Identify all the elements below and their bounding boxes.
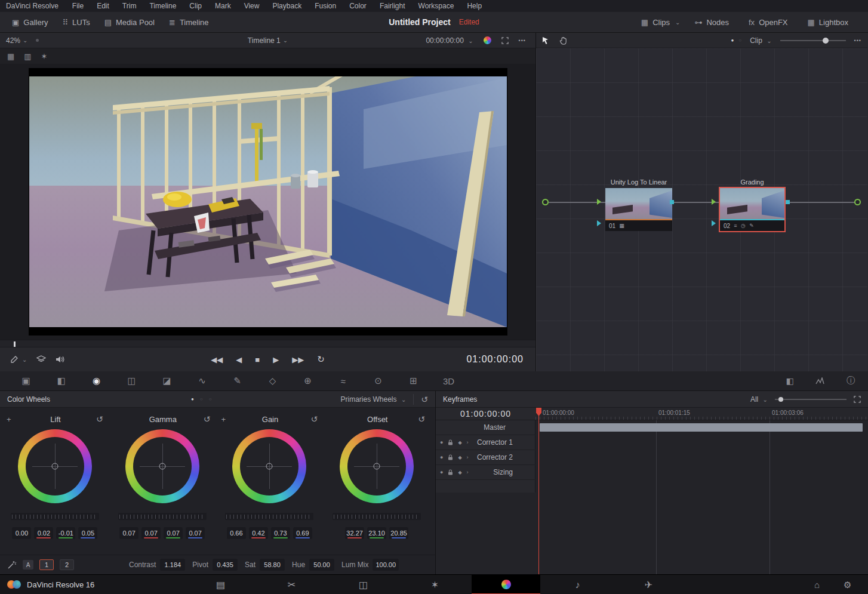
menu-item[interactable]: Clip bbox=[183, 2, 208, 10]
gain-red-value[interactable]: 0.42 bbox=[249, 527, 268, 539]
menu-item[interactable]: File bbox=[66, 2, 90, 10]
offset-blue-value[interactable]: 20.85 bbox=[389, 527, 408, 539]
track-enable-dot-icon[interactable]: ● bbox=[440, 439, 443, 445]
gain-green-value[interactable]: 0.73 bbox=[271, 527, 290, 539]
go-to-start-button[interactable]: ◀◀ bbox=[211, 355, 223, 364]
lock-icon[interactable] bbox=[448, 439, 453, 445]
info-icon[interactable]: ⓘ bbox=[847, 376, 855, 386]
lift-reset-icon[interactable]: ↺ bbox=[96, 414, 103, 424]
track-row[interactable]: ● ◆ › Corrector 1 bbox=[436, 435, 535, 450]
palette-tool-icon[interactable]: ▣ bbox=[8, 376, 44, 386]
scopes-icon[interactable] bbox=[815, 377, 825, 385]
play-button[interactable]: ▶ bbox=[273, 355, 279, 364]
palette-tool-icon[interactable]: ✎ bbox=[220, 376, 255, 386]
page-dot[interactable]: ○ bbox=[200, 396, 203, 402]
node-thumbnail[interactable] bbox=[605, 188, 672, 220]
menu-item[interactable]: Trim bbox=[116, 2, 143, 10]
track-enable-dot-icon[interactable]: ● bbox=[440, 454, 443, 460]
layers-icon[interactable] bbox=[36, 355, 46, 364]
menu-item[interactable]: Color bbox=[343, 2, 373, 10]
stop-button[interactable]: ■ bbox=[255, 355, 260, 364]
keyframes-filter-dropdown[interactable]: All ⌄ bbox=[750, 395, 768, 404]
gain-master-slider[interactable] bbox=[225, 513, 313, 520]
project-home-button[interactable]: ⌂ bbox=[814, 575, 820, 594]
color-viewer-mode-icon[interactable] bbox=[484, 36, 491, 44]
lock-icon[interactable] bbox=[448, 469, 453, 475]
node-output-square[interactable] bbox=[786, 200, 790, 204]
cut-page-button[interactable]: ✂ bbox=[257, 575, 326, 594]
node-output-square[interactable] bbox=[670, 200, 674, 204]
timeline-playhead[interactable] bbox=[538, 408, 539, 574]
toolbar-toggle-button[interactable]: ⊶ Nodes bbox=[687, 14, 741, 30]
lift-master-slider[interactable] bbox=[11, 513, 99, 520]
menu-item[interactable]: Edit bbox=[90, 2, 116, 10]
offset-reset-icon[interactable]: ↺ bbox=[418, 414, 425, 424]
step-back-button[interactable]: ◀ bbox=[236, 355, 242, 364]
gain-master-value[interactable]: 0.66 bbox=[227, 527, 246, 539]
edit-page-button[interactable]: ◫ bbox=[329, 575, 398, 594]
menu-item[interactable]: View bbox=[238, 2, 266, 10]
keyframes-zoom-handle[interactable] bbox=[778, 397, 783, 402]
node-02-selected[interactable]: Grading 02 ≡ ◷ ✎ bbox=[719, 187, 786, 232]
node-indicator-dot-dim[interactable]: ○ bbox=[738, 38, 741, 43]
expand-track-chevron-icon[interactable]: › bbox=[467, 439, 469, 445]
track-row-master[interactable]: Master bbox=[436, 420, 535, 435]
media-page-button[interactable]: ▤ bbox=[186, 575, 255, 594]
palette-tool-icon[interactable]: ◇ bbox=[255, 376, 290, 386]
viewer-options-menu-icon[interactable]: ••• bbox=[519, 38, 526, 44]
hue-value[interactable]: 50.00 bbox=[309, 559, 334, 571]
node-01[interactable]: Unity Log To Linear 01 ▦ bbox=[605, 188, 672, 231]
wheel-page-tab-2[interactable]: 2 bbox=[60, 559, 74, 570]
toolbar-toggle-button[interactable]: ▤ Media Pool bbox=[97, 14, 162, 30]
palette-tool-icon[interactable]: ⊕ bbox=[290, 376, 325, 386]
gamma-red-value[interactable]: 0.07 bbox=[141, 527, 161, 539]
contrast-value[interactable]: 1.184 bbox=[160, 559, 185, 571]
keyframes-zoom-slider[interactable] bbox=[775, 399, 847, 400]
node-level-dropdown[interactable]: Clip ⌄ bbox=[750, 36, 771, 45]
track-row[interactable]: ● ◆ › Sizing bbox=[436, 465, 535, 480]
menu-item[interactable]: Mark bbox=[208, 2, 238, 10]
gain-color-wheel[interactable] bbox=[232, 429, 306, 503]
lift-green-value[interactable]: -0.01 bbox=[56, 527, 75, 539]
palette-tool-icon[interactable]: ◉ bbox=[79, 376, 114, 386]
fairlight-page-button[interactable]: ♪ bbox=[543, 575, 612, 594]
offset-red-value[interactable]: 32.27 bbox=[345, 527, 364, 539]
palette-tool-icon[interactable]: ⊞ bbox=[396, 376, 431, 386]
palette-tool-icon[interactable]: ◧ bbox=[44, 376, 79, 386]
menu-item[interactable]: Fusion bbox=[308, 2, 343, 10]
palette-tool-icon[interactable]: ⊙ bbox=[361, 376, 396, 386]
expand-viewer-icon[interactable] bbox=[501, 37, 509, 44]
wheel-balance-dot[interactable] bbox=[51, 463, 58, 470]
expand-track-chevron-icon[interactable]: › bbox=[467, 469, 469, 475]
node-zoom-slider[interactable] bbox=[780, 40, 846, 41]
split-screen-icon[interactable]: ◧ bbox=[786, 376, 794, 386]
viewer-seek-bar[interactable] bbox=[0, 340, 535, 347]
offset-master-slider[interactable] bbox=[333, 513, 421, 520]
audio-mute-icon[interactable] bbox=[56, 355, 65, 364]
palette-tool-icon[interactable]: ◫ bbox=[114, 376, 149, 386]
gamma-reset-icon[interactable]: ↺ bbox=[204, 414, 211, 424]
lift-picker-icon[interactable]: + bbox=[7, 415, 15, 424]
node-indicator-dot[interactable]: ● bbox=[731, 38, 734, 43]
gamma-color-wheel[interactable] bbox=[125, 429, 199, 503]
auto-mode-badge[interactable]: A bbox=[23, 560, 33, 570]
menu-item[interactable]: Playback bbox=[266, 2, 308, 10]
select-cursor-icon[interactable] bbox=[542, 36, 550, 45]
gain-reset-icon[interactable]: ↺ bbox=[311, 414, 318, 424]
gain-picker-icon[interactable]: + bbox=[221, 415, 230, 424]
gamma-blue-value[interactable]: 0.07 bbox=[186, 527, 205, 539]
master-track-bar[interactable] bbox=[540, 423, 863, 432]
gamma-green-value[interactable]: 0.07 bbox=[164, 527, 183, 539]
lum-mix-value[interactable]: 100.00 bbox=[373, 559, 399, 571]
palette-tool-icon[interactable]: ◪ bbox=[149, 376, 184, 386]
toolbar-toggle-button[interactable]: ▦ Clips ⌄ bbox=[634, 14, 688, 30]
wheel-page-tab-1[interactable]: 1 bbox=[39, 559, 54, 570]
node-graph[interactable]: Unity Log To Linear 01 ▦ Grading 02 bbox=[536, 48, 867, 371]
menu-item[interactable]: Timeline bbox=[143, 2, 183, 10]
gamma-master-value[interactable]: 0.07 bbox=[119, 527, 138, 539]
hand-tool-icon[interactable] bbox=[559, 36, 568, 45]
seek-playhead[interactable] bbox=[14, 341, 16, 347]
reset-all-icon[interactable]: ↺ bbox=[421, 395, 428, 404]
enhanced-viewer-icon[interactable]: ✶ bbox=[41, 52, 48, 61]
toolbar-toggle-button[interactable]: ⠿ LUTs bbox=[55, 14, 97, 30]
